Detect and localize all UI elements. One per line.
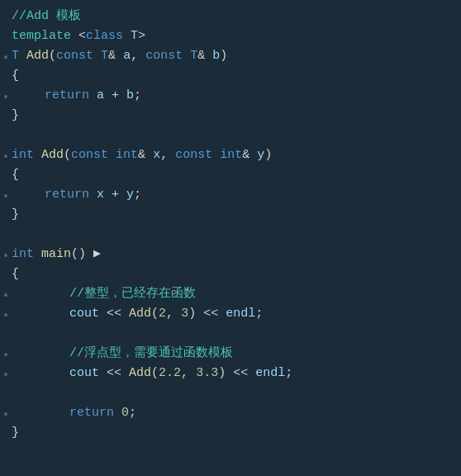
token: & — [197, 49, 205, 63]
token: endl — [255, 366, 285, 380]
code-line — [0, 126, 461, 145]
code-line: //Add 模板 — [0, 7, 461, 26]
token: x — [97, 188, 104, 202]
token: } — [12, 426, 19, 440]
token — [99, 307, 107, 321]
token: ) — [218, 366, 226, 380]
token — [121, 366, 129, 380]
line-content: return a + b; — [12, 86, 141, 106]
token: << — [233, 366, 248, 380]
line-dot — [4, 194, 7, 198]
line-content: } — [12, 423, 19, 443]
token: int — [12, 148, 34, 162]
token: Add — [26, 49, 49, 63]
token: main — [41, 247, 71, 261]
token — [108, 148, 116, 162]
token — [104, 188, 112, 202]
token: ; — [285, 366, 292, 380]
line-content: return 0; — [12, 403, 136, 423]
token: ; — [134, 88, 141, 102]
token: << — [107, 366, 121, 380]
token: int — [220, 148, 242, 162]
line-dot — [4, 155, 7, 158]
code-line: { — [0, 165, 461, 185]
token: & — [138, 148, 145, 162]
token — [116, 49, 123, 63]
token: cout — [69, 307, 99, 321]
token — [99, 366, 107, 380]
token: ( — [64, 148, 71, 162]
code-line: } — [0, 423, 461, 443]
token: << — [107, 307, 121, 321]
line-content: } — [12, 106, 19, 126]
token: y — [126, 188, 134, 202]
token: } — [12, 207, 19, 221]
token: 3 — [181, 307, 188, 321]
token: a — [123, 49, 131, 63]
token: { — [12, 69, 19, 83]
token: //整型，已经存在函数 — [69, 287, 196, 301]
code-line: return x + y; — [0, 185, 461, 205]
code-line: return a + b; — [0, 86, 461, 106]
token: 3.3 — [196, 366, 218, 380]
token: return — [45, 88, 89, 102]
token: ; — [134, 188, 141, 202]
token: ) — [220, 49, 227, 63]
token: 0 — [121, 406, 129, 420]
line-content: { — [12, 66, 19, 86]
token — [226, 366, 233, 380]
token: ) — [264, 148, 272, 162]
token: Add — [129, 366, 151, 380]
token: { — [12, 267, 19, 281]
token — [89, 188, 97, 202]
token: ( — [49, 49, 56, 63]
token: T — [131, 29, 138, 43]
token — [34, 247, 41, 261]
token: b — [212, 49, 220, 63]
token — [114, 406, 121, 420]
line-content: //Add 模板 — [12, 7, 81, 26]
line-dot — [4, 95, 7, 98]
token — [196, 307, 203, 321]
line-gutter — [0, 373, 12, 376]
line-content: return x + y; — [12, 185, 141, 205]
token: class — [86, 29, 123, 43]
line-content: T Add(const T& a, const T& b) — [12, 46, 227, 66]
token: ; — [255, 307, 263, 321]
token: //浮点型，需要通过函数模板 — [69, 346, 233, 360]
token: T — [12, 49, 19, 63]
token: T — [101, 49, 108, 63]
token: , — [131, 49, 145, 63]
line-gutter — [0, 313, 12, 317]
line-content: //整型，已经存在函数 — [12, 284, 196, 304]
token: 2 — [159, 307, 166, 321]
line-gutter — [0, 155, 12, 158]
code-line: template <class T> — [0, 26, 461, 46]
token: const — [71, 148, 108, 162]
code-line: return 0; — [0, 403, 461, 423]
code-line: { — [0, 264, 461, 284]
token: & — [242, 148, 250, 162]
token: ; — [129, 406, 136, 420]
token: endl — [226, 307, 255, 321]
line-gutter — [0, 293, 12, 297]
code-line — [0, 383, 461, 403]
line-content: //浮点型，需要通过函数模板 — [12, 344, 233, 364]
line-gutter — [0, 353, 12, 356]
token: template — [12, 29, 71, 43]
token: ( — [151, 307, 159, 321]
token — [250, 148, 257, 162]
token — [119, 188, 126, 202]
line-content: } — [12, 205, 19, 225]
line-gutter — [0, 412, 12, 416]
token: << — [203, 307, 218, 321]
token: cout — [69, 366, 99, 380]
token: > — [138, 29, 145, 43]
token: , — [166, 307, 181, 321]
token: const — [145, 49, 183, 63]
code-line: cout << Add(2.2, 3.3) << endl; — [0, 364, 461, 383]
line-gutter — [0, 254, 12, 257]
code-line: T Add(const T& a, const T& b) — [0, 46, 461, 66]
token: const — [175, 148, 212, 162]
line-gutter — [0, 55, 12, 59]
